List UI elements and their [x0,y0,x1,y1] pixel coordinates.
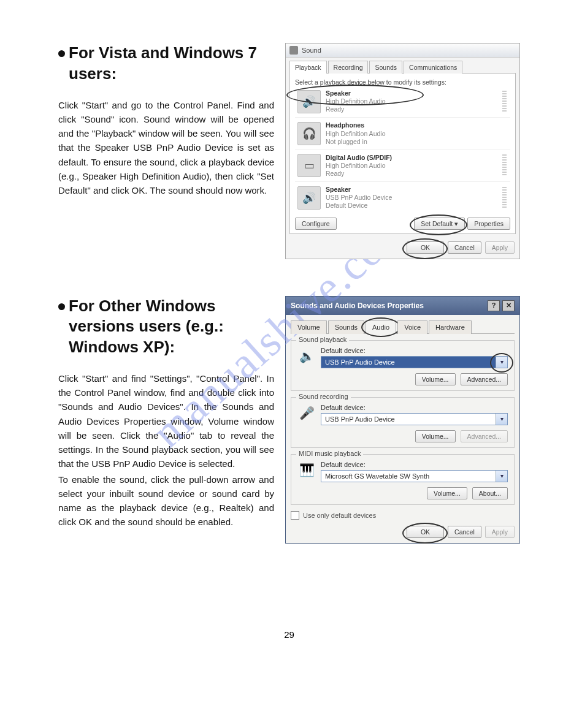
recording-device-dropdown[interactable]: USB PnP Audio Device [321,413,508,425]
bullet-icon [58,50,65,57]
bullet-icon [58,303,65,310]
sounds-audio-devices-window: Sounds and Audio Devices Properties ? ✕ … [285,296,520,544]
about-button[interactable]: About... [472,487,508,499]
heading-vista-text: For Vista and Windows 7 users: [69,43,274,85]
apply-button[interactable]: Apply [485,526,515,538]
device-name: Headphones [326,121,385,129]
group-sound-playback: Sound playback 🔈 Default device: USB PnP… [291,340,515,391]
speaker-icon [297,90,321,113]
advanced-button[interactable]: Advanced... [461,373,508,385]
tab-volume[interactable]: Volume [291,320,327,334]
default-device-label: Default device: [321,404,366,411]
tab-voice[interactable]: Voice [397,320,427,334]
tab-hardware[interactable]: Hardware [429,320,472,334]
group-sound-recording: Sound recording 🎤 Default device: USB Pn… [291,397,515,448]
ok-button[interactable]: OK [407,526,444,538]
set-default-label: Set Default [421,220,453,227]
speaker-icon: 🔈 [297,347,316,365]
dropdown-arrow-icon[interactable] [496,357,507,368]
device-speaker-usb[interactable]: Speaker USB PnP Audio Device Default Dev… [295,182,510,213]
cancel-button[interactable]: Cancel [448,241,481,254]
configure-button[interactable]: Configure [295,218,337,230]
heading-vista: For Vista and Windows 7 users: [58,43,274,85]
set-default-button[interactable]: Set Default ▾ [414,218,465,230]
speaker-icon [297,186,321,210]
tabs-row: Playback Recording Sounds Communications [286,58,519,73]
heading-xp-text: For Other Windows versions users (e.g.: … [69,296,274,358]
spdif-icon [297,154,321,177]
tab-sounds[interactable]: Sounds [369,61,402,74]
tab-audio[interactable]: Audio [366,320,396,334]
page-number: 29 [58,629,520,640]
volume-button[interactable]: Volume... [415,373,456,385]
device-desc: High Definition Audio [326,162,392,170]
microphone-icon: 🎤 [297,404,316,422]
level-meter [502,91,507,113]
sound-window-vista: Sound Playback Recording Sounds Communic… [285,43,520,259]
help-button[interactable]: ? [488,300,500,311]
body-vista: Click "Start" and go to the Control Pane… [58,98,274,198]
device-digital[interactable]: Digital Audio (S/PDIF) High Definition A… [295,150,510,182]
group-midi-playback: MIDI music playback 🎹 Default device: Mi… [291,454,515,505]
midi-device-dropdown[interactable]: Microsoft GS Wavetable SW Synth [321,470,508,482]
heading-xp: For Other Windows versions users (e.g.: … [58,296,274,358]
sound-icon [289,46,298,55]
use-default-checkbox[interactable]: Use only default devices [291,511,515,520]
tab-audio-label: Audio [372,324,389,331]
ok-label: OK [421,244,430,251]
instruction-text: Select a playback device below to modify… [295,78,510,86]
level-meter [502,187,507,209]
title-bar: Sound [286,44,519,58]
level-meter [502,154,507,176]
device-name: Digital Audio (S/PDIF) [326,154,392,162]
ok-button[interactable]: OK [407,241,444,254]
device-status: Ready [326,105,385,113]
tab-playback[interactable]: Playback [289,61,327,74]
tabs-row: Volume Sounds Audio Voice Hardware [291,320,515,334]
body-xp-1: Click "Start" and find "Settings", "Cont… [58,371,274,471]
device-desc: USB PnP Audio Device [326,194,392,202]
group-legend: MIDI music playback [296,450,363,457]
checkbox-label: Use only default devices [303,512,376,519]
playback-device-dropdown[interactable]: USB PnP Audio Device [321,356,508,368]
headphone-icon [297,122,321,145]
title-bar: Sounds and Audio Devices Properties ? ✕ [286,297,519,315]
close-button[interactable]: ✕ [502,300,515,311]
properties-button[interactable]: Properties [467,218,510,230]
tab-communications[interactable]: Communications [404,61,462,74]
device-desc: High Definition Audio [326,130,385,138]
checkbox-box [291,511,299,520]
dropdown-value: USB PnP Audio Device [321,414,496,425]
dropdown-arrow-icon[interactable] [496,414,507,425]
apply-button[interactable]: Apply [485,241,515,254]
tab-recording[interactable]: Recording [328,61,369,74]
midi-icon: 🎹 [297,461,316,479]
tab-sounds[interactable]: Sounds [328,320,364,334]
default-device-label: Default device: [321,461,366,468]
device-status: Not plugged in [326,138,385,146]
body-xp-2: To enable the sound, click the pull-down… [58,472,274,529]
window-title: Sounds and Audio Devices Properties [291,301,424,310]
volume-button[interactable]: Volume... [427,487,467,499]
device-name: Speaker [326,186,392,194]
cancel-button[interactable]: Cancel [448,526,481,538]
default-device-label: Default device: [321,347,366,354]
group-legend: Sound playback [296,336,349,343]
volume-button[interactable]: Volume... [415,430,456,442]
ok-label: OK [421,528,430,536]
device-status: Default Device [326,202,392,210]
device-status: Ready [326,170,392,178]
dropdown-arrow-icon[interactable] [496,471,507,482]
device-speaker-1[interactable]: Speaker High Definition Audio Ready [295,86,510,118]
device-name: Speaker [326,89,385,97]
group-legend: Sound recording [296,393,351,400]
dropdown-value: Microsoft GS Wavetable SW Synth [321,471,496,482]
dropdown-value: USB PnP Audio Device [321,357,496,368]
device-desc: High Definition Audio [326,97,385,105]
advanced-button[interactable]: Advanced... [461,430,508,442]
device-headphones[interactable]: Headphones High Definition Audio Not plu… [295,118,510,150]
window-title: Sound [302,47,321,54]
